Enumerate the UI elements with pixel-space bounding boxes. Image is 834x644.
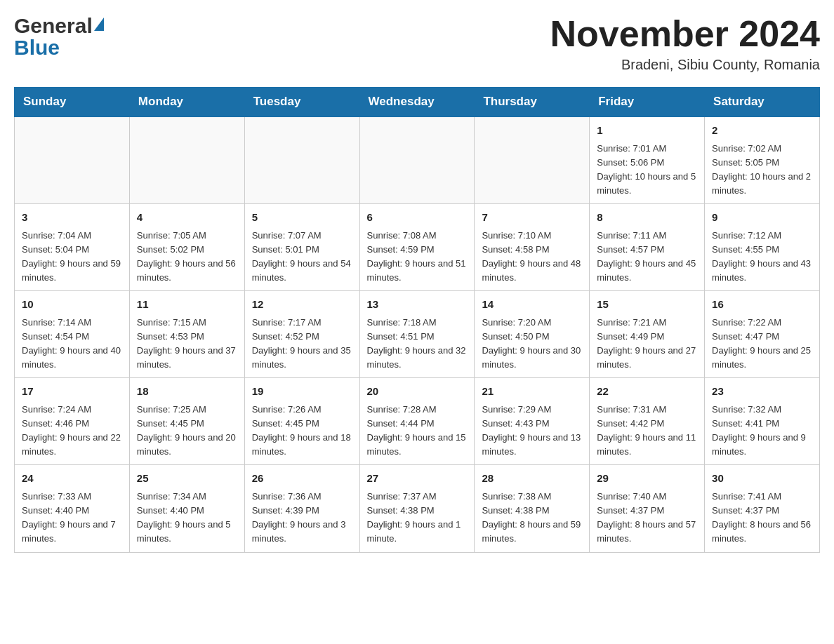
calendar-day-cell: 8Sunrise: 7:11 AMSunset: 4:57 PMDaylight…: [590, 204, 705, 291]
day-number: 15: [597, 297, 697, 313]
logo-general-text: General: [14, 14, 93, 37]
calendar-day-cell: 17Sunrise: 7:24 AMSunset: 4:46 PMDayligh…: [15, 378, 130, 465]
day-number: 18: [137, 384, 237, 400]
day-info: Sunrise: 7:40 AMSunset: 4:37 PMDaylight:…: [597, 490, 697, 546]
day-number: 22: [597, 384, 697, 400]
day-number: 25: [137, 471, 237, 487]
day-number: 19: [252, 384, 352, 400]
day-number: 29: [597, 471, 697, 487]
day-number: 5: [252, 210, 352, 226]
day-info: Sunrise: 7:18 AMSunset: 4:51 PMDaylight:…: [367, 316, 468, 373]
calendar-day-cell: 24Sunrise: 7:33 AMSunset: 4:40 PMDayligh…: [15, 465, 130, 552]
day-number: 21: [482, 384, 582, 400]
day-info: Sunrise: 7:17 AMSunset: 4:52 PMDaylight:…: [252, 316, 352, 373]
day-info: Sunrise: 7:20 AMSunset: 4:50 PMDaylight:…: [482, 316, 582, 373]
day-info: Sunrise: 7:11 AMSunset: 4:57 PMDaylight:…: [597, 229, 697, 286]
location: Bradeni, Sibiu County, Romania: [550, 57, 820, 73]
day-number: 14: [482, 297, 582, 313]
calendar-day-cell: 12Sunrise: 7:17 AMSunset: 4:52 PMDayligh…: [244, 291, 359, 378]
weekday-header-sunday: Sunday: [15, 88, 130, 117]
day-info: Sunrise: 7:02 AMSunset: 5:05 PMDaylight:…: [712, 142, 812, 199]
logo: General Blue: [14, 14, 104, 60]
day-number: 24: [22, 471, 122, 487]
day-number: 11: [137, 297, 237, 313]
calendar-week-row: 24Sunrise: 7:33 AMSunset: 4:40 PMDayligh…: [15, 465, 820, 552]
title-block: November 2024 Bradeni, Sibiu County, Rom…: [550, 14, 820, 73]
day-info: Sunrise: 7:26 AMSunset: 4:45 PMDaylight:…: [252, 403, 352, 459]
logo-blue-text: Blue: [14, 36, 60, 60]
day-number: 10: [22, 297, 122, 313]
weekday-header-thursday: Thursday: [475, 88, 590, 117]
calendar-week-row: 17Sunrise: 7:24 AMSunset: 4:46 PMDayligh…: [15, 378, 820, 465]
calendar-day-cell: 4Sunrise: 7:05 AMSunset: 5:02 PMDaylight…: [129, 204, 244, 291]
day-number: 12: [252, 297, 352, 313]
day-info: Sunrise: 7:32 AMSunset: 4:41 PMDaylight:…: [712, 403, 812, 459]
calendar-day-cell: 13Sunrise: 7:18 AMSunset: 4:51 PMDayligh…: [359, 291, 475, 378]
calendar-day-cell: [129, 116, 244, 204]
month-title: November 2024: [550, 14, 820, 54]
page-header: General Blue November 2024 Bradeni, Sibi…: [14, 14, 820, 73]
weekday-header-friday: Friday: [590, 88, 705, 117]
calendar-day-cell: 22Sunrise: 7:31 AMSunset: 4:42 PMDayligh…: [590, 378, 705, 465]
day-info: Sunrise: 7:36 AMSunset: 4:39 PMDaylight:…: [252, 490, 352, 546]
calendar-week-row: 1Sunrise: 7:01 AMSunset: 5:06 PMDaylight…: [15, 116, 820, 204]
day-info: Sunrise: 7:12 AMSunset: 4:55 PMDaylight:…: [712, 229, 812, 286]
day-number: 6: [367, 210, 468, 226]
day-number: 17: [22, 384, 122, 400]
calendar-day-cell: 27Sunrise: 7:37 AMSunset: 4:38 PMDayligh…: [359, 465, 475, 552]
day-number: 1: [597, 123, 697, 139]
calendar-day-cell: 1Sunrise: 7:01 AMSunset: 5:06 PMDaylight…: [590, 116, 705, 204]
day-number: 26: [252, 471, 352, 487]
day-number: 30: [712, 471, 812, 487]
calendar-day-cell: 11Sunrise: 7:15 AMSunset: 4:53 PMDayligh…: [129, 291, 244, 378]
calendar-week-row: 10Sunrise: 7:14 AMSunset: 4:54 PMDayligh…: [15, 291, 820, 378]
day-info: Sunrise: 7:34 AMSunset: 4:40 PMDaylight:…: [137, 490, 237, 546]
calendar-day-cell: 15Sunrise: 7:21 AMSunset: 4:49 PMDayligh…: [590, 291, 705, 378]
day-info: Sunrise: 7:04 AMSunset: 5:04 PMDaylight:…: [22, 229, 122, 286]
weekday-header-saturday: Saturday: [705, 88, 820, 117]
calendar-day-cell: 19Sunrise: 7:26 AMSunset: 4:45 PMDayligh…: [244, 378, 359, 465]
calendar-day-cell: 25Sunrise: 7:34 AMSunset: 4:40 PMDayligh…: [129, 465, 244, 552]
day-number: 7: [482, 210, 582, 226]
day-info: Sunrise: 7:01 AMSunset: 5:06 PMDaylight:…: [597, 142, 697, 199]
day-info: Sunrise: 7:10 AMSunset: 4:58 PMDaylight:…: [482, 229, 582, 286]
day-info: Sunrise: 7:15 AMSunset: 4:53 PMDaylight:…: [137, 316, 237, 373]
day-info: Sunrise: 7:21 AMSunset: 4:49 PMDaylight:…: [597, 316, 697, 373]
day-info: Sunrise: 7:05 AMSunset: 5:02 PMDaylight:…: [137, 229, 237, 286]
day-info: Sunrise: 7:29 AMSunset: 4:43 PMDaylight:…: [482, 403, 582, 459]
day-number: 13: [367, 297, 468, 313]
calendar-day-cell: 29Sunrise: 7:40 AMSunset: 4:37 PMDayligh…: [590, 465, 705, 552]
calendar-day-cell: 3Sunrise: 7:04 AMSunset: 5:04 PMDaylight…: [15, 204, 130, 291]
calendar-day-cell: 18Sunrise: 7:25 AMSunset: 4:45 PMDayligh…: [129, 378, 244, 465]
day-info: Sunrise: 7:33 AMSunset: 4:40 PMDaylight:…: [22, 490, 122, 546]
calendar-day-cell: 20Sunrise: 7:28 AMSunset: 4:44 PMDayligh…: [359, 378, 475, 465]
day-number: 27: [367, 471, 468, 487]
day-number: 2: [712, 123, 812, 139]
day-number: 4: [137, 210, 237, 226]
calendar-day-cell: 21Sunrise: 7:29 AMSunset: 4:43 PMDayligh…: [475, 378, 590, 465]
day-info: Sunrise: 7:22 AMSunset: 4:47 PMDaylight:…: [712, 316, 812, 373]
day-info: Sunrise: 7:07 AMSunset: 5:01 PMDaylight:…: [252, 229, 352, 286]
day-info: Sunrise: 7:14 AMSunset: 4:54 PMDaylight:…: [22, 316, 122, 373]
weekday-header-wednesday: Wednesday: [359, 88, 475, 117]
day-info: Sunrise: 7:37 AMSunset: 4:38 PMDaylight:…: [367, 490, 468, 546]
calendar-day-cell: 30Sunrise: 7:41 AMSunset: 4:37 PMDayligh…: [705, 465, 820, 552]
calendar-day-cell: 10Sunrise: 7:14 AMSunset: 4:54 PMDayligh…: [15, 291, 130, 378]
day-number: 9: [712, 210, 812, 226]
calendar-day-cell: [359, 116, 475, 204]
calendar-day-cell: 5Sunrise: 7:07 AMSunset: 5:01 PMDaylight…: [244, 204, 359, 291]
calendar-day-cell: 23Sunrise: 7:32 AMSunset: 4:41 PMDayligh…: [705, 378, 820, 465]
calendar-day-cell: 9Sunrise: 7:12 AMSunset: 4:55 PMDaylight…: [705, 204, 820, 291]
day-number: 23: [712, 384, 812, 400]
calendar-week-row: 3Sunrise: 7:04 AMSunset: 5:04 PMDaylight…: [15, 204, 820, 291]
day-number: 16: [712, 297, 812, 313]
day-number: 3: [22, 210, 122, 226]
calendar-day-cell: [475, 116, 590, 204]
calendar-day-cell: [15, 116, 130, 204]
day-info: Sunrise: 7:41 AMSunset: 4:37 PMDaylight:…: [712, 490, 812, 546]
calendar-day-cell: 26Sunrise: 7:36 AMSunset: 4:39 PMDayligh…: [244, 465, 359, 552]
weekday-header-monday: Monday: [129, 88, 244, 117]
day-info: Sunrise: 7:28 AMSunset: 4:44 PMDaylight:…: [367, 403, 468, 459]
day-info: Sunrise: 7:08 AMSunset: 4:59 PMDaylight:…: [367, 229, 468, 286]
calendar-day-cell: 14Sunrise: 7:20 AMSunset: 4:50 PMDayligh…: [475, 291, 590, 378]
